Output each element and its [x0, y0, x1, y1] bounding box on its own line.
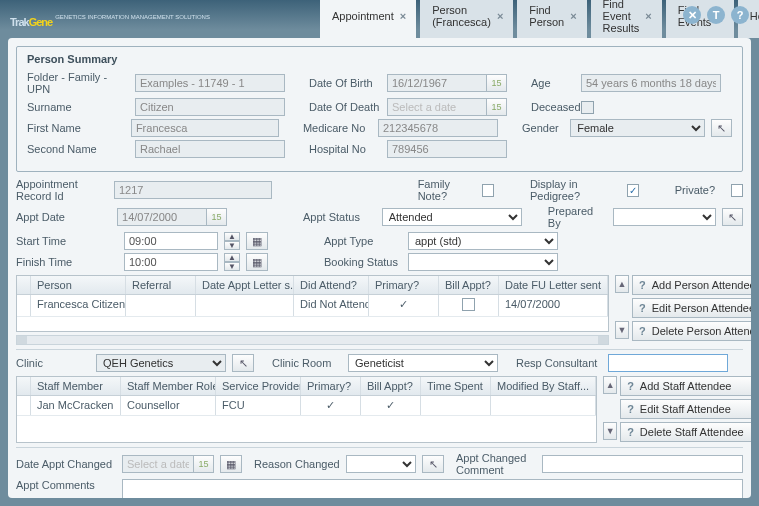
appt-type-select[interactable]: appt (std)	[408, 232, 558, 250]
medicare-field	[378, 119, 498, 137]
prepared-by-label: Prepared By	[548, 205, 608, 229]
age-label: Age	[531, 77, 575, 89]
clinic-room-label: Clinic Room	[272, 357, 342, 369]
tab-find-event-results[interactable]: Find Event Results×	[591, 0, 662, 38]
app-logo: TrakGene	[10, 6, 52, 32]
secondname-label: Second Name	[27, 143, 129, 155]
appt-comments-field[interactable]	[122, 479, 743, 498]
appt-status-select[interactable]: Attended	[382, 208, 522, 226]
appt-comments-label: Appt Comments	[16, 479, 116, 491]
family-note-checkbox[interactable]	[482, 184, 494, 197]
appt-date-label: Appt Date	[16, 211, 111, 223]
start-time-label: Start Time	[16, 235, 118, 247]
changed-comment-label: Appt Changed Comment	[456, 452, 536, 476]
time-clear-button[interactable]: ▦	[246, 253, 268, 271]
scroll-up-icon[interactable]: ▲	[615, 275, 629, 293]
resp-consultant-field[interactable]	[608, 354, 728, 372]
calendar-icon[interactable]: 15	[487, 98, 507, 116]
scroll-down-icon[interactable]: ▼	[603, 422, 617, 440]
prepared-by-select[interactable]	[613, 208, 716, 226]
deceased-checkbox	[581, 101, 594, 114]
hospital-field	[387, 140, 507, 158]
lookup-button[interactable]: ↖	[711, 119, 732, 137]
hospital-label: Hospital No	[309, 143, 381, 155]
calendar-icon[interactable]: 15	[194, 455, 214, 473]
delete-person-attendee-button[interactable]: ?Delete Person Attendee	[632, 321, 751, 341]
finish-time-label: Finish Time	[16, 256, 118, 268]
spin-up-icon[interactable]: ▲	[224, 232, 240, 241]
changed-comment-field[interactable]	[542, 455, 743, 473]
family-note-label: Family Note?	[418, 178, 476, 202]
help-icon[interactable]: ?	[731, 6, 749, 24]
appt-status-label: Appt Status	[303, 211, 376, 223]
firstname-label: First Name	[27, 122, 125, 134]
firstname-field	[131, 119, 279, 137]
private-checkbox[interactable]	[731, 184, 743, 197]
spin-up-icon[interactable]: ▲	[224, 253, 240, 262]
gender-select[interactable]: Female	[570, 119, 705, 137]
clinic-label: Clinic	[16, 357, 90, 369]
lookup-button[interactable]: ↖	[722, 208, 743, 226]
finish-time-field[interactable]	[124, 253, 218, 271]
time-clear-button[interactable]: ▦	[246, 232, 268, 250]
table-row[interactable]: Francesca Citizen Did Not Attend ✓ 14/07…	[17, 295, 608, 317]
dod-field[interactable]	[387, 98, 487, 116]
pedigree-checkbox[interactable]: ✓	[627, 184, 639, 197]
top-bar: TrakGene GENETICS INFORMATION MANAGEMENT…	[0, 0, 759, 38]
deceased-label: Deceased	[531, 101, 575, 113]
delete-staff-attendee-button[interactable]: ?Delete Staff Attendee	[620, 422, 751, 442]
booking-status-select[interactable]	[408, 253, 558, 271]
dob-field	[387, 74, 487, 92]
dod-label: Date Of Death	[309, 101, 381, 113]
close-icon[interactable]: ×	[570, 10, 576, 22]
clinic-select[interactable]: QEH Genetics	[96, 354, 226, 372]
secondname-field	[135, 140, 285, 158]
reason-changed-select[interactable]	[346, 455, 416, 473]
start-time-field[interactable]	[124, 232, 218, 250]
panel-title: Person Summary	[27, 53, 732, 65]
clear-button[interactable]: ▦	[220, 455, 242, 473]
add-person-attendee-button[interactable]: ?Add Person Attendee	[632, 275, 751, 295]
staff-attendee-grid[interactable]: Staff Member Staff Member Role Service P…	[16, 376, 597, 443]
app-logo-subtitle: GENETICS INFORMATION MANAGEMENT SOLUTION…	[55, 14, 210, 20]
calendar-icon[interactable]: 15	[487, 74, 507, 92]
close-window-icon[interactable]: ✕	[683, 6, 701, 24]
close-icon[interactable]: ×	[645, 10, 651, 22]
reason-changed-label: Reason Changed	[254, 458, 340, 470]
folder-label: Folder - Family - UPN	[27, 71, 129, 95]
tab-appointment[interactable]: Appointment×	[320, 0, 416, 38]
table-row[interactable]: Jan McCracken Counsellor FCU ✓ ✓	[17, 396, 596, 416]
recid-field	[114, 181, 272, 199]
medicare-label: Medicare No	[303, 122, 372, 134]
date-changed-label: Date Appt Changed	[16, 458, 116, 470]
age-field	[581, 74, 721, 92]
add-staff-attendee-button[interactable]: ?Add Staff Attendee	[620, 376, 751, 396]
spin-down-icon[interactable]: ▼	[224, 262, 240, 271]
tab-find-person[interactable]: Find Person×	[517, 0, 586, 38]
lookup-button[interactable]: ↖	[422, 455, 444, 473]
calendar-icon[interactable]: 15	[207, 208, 227, 226]
spin-down-icon[interactable]: ▼	[224, 241, 240, 250]
bill-checkbox[interactable]	[462, 298, 475, 311]
scroll-down-icon[interactable]: ▼	[615, 321, 629, 339]
surname-field	[135, 98, 285, 116]
surname-label: Surname	[27, 101, 129, 113]
info-icon[interactable]: T	[707, 6, 725, 24]
pedigree-label: Display in Pedigree?	[530, 178, 621, 202]
appt-date-field[interactable]	[117, 208, 207, 226]
horizontal-scrollbar[interactable]	[16, 335, 609, 345]
date-changed-field[interactable]	[122, 455, 194, 473]
scroll-up-icon[interactable]: ▲	[603, 376, 617, 394]
gender-label: Gender	[522, 122, 564, 134]
window-controls: ✕ T ?	[683, 6, 749, 24]
appt-type-label: Appt Type	[324, 235, 402, 247]
edit-staff-attendee-button[interactable]: ?Edit Staff Attendee	[620, 399, 751, 419]
person-attendee-grid[interactable]: Person Referral Date Appt Letter s... Di…	[16, 275, 609, 332]
clinic-room-select[interactable]: Geneticist	[348, 354, 498, 372]
close-icon[interactable]: ×	[497, 10, 503, 22]
resp-consultant-label: Resp Consultant	[516, 357, 602, 369]
close-icon[interactable]: ×	[400, 10, 406, 22]
lookup-button[interactable]: ↖	[232, 354, 254, 372]
tab-person[interactable]: Person (Francesca)×	[420, 0, 513, 38]
edit-person-attendee-button[interactable]: ?Edit Person Attendee	[632, 298, 751, 318]
